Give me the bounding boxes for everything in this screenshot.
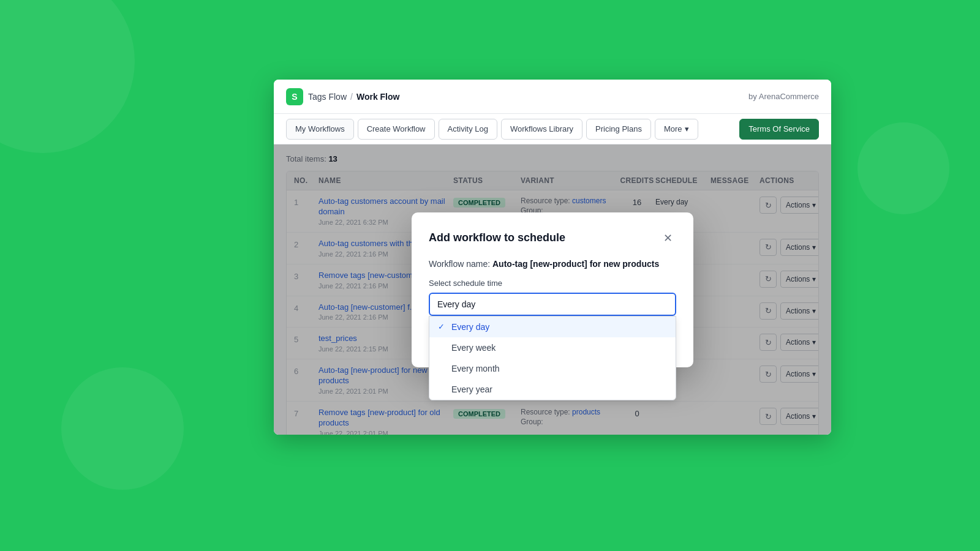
nav-create-workflow[interactable]: Create Workflow (358, 119, 435, 140)
modal-selected-value: Every day (437, 299, 475, 309)
bg-circle-3 (858, 122, 949, 214)
app-nav: My Workflows Create Workflow Activity Lo… (274, 114, 831, 144)
bg-circle-1 (0, 0, 135, 153)
breadcrumb-separator: / (350, 92, 353, 102)
schedule-option-every-week[interactable]: Every week (429, 337, 676, 358)
modal-close-button[interactable]: ✕ (659, 230, 676, 247)
modal-workflow-name: Workflow name: Auto-tag [new-product] fo… (429, 259, 676, 269)
modal-workflow-label: Workflow name: (429, 259, 490, 269)
bg-circle-2 (61, 367, 184, 490)
schedule-option-every-month[interactable]: Every month (429, 358, 676, 379)
header-by: by ArenaCommerce (748, 92, 819, 101)
breadcrumb-root[interactable]: Tags Flow (308, 92, 347, 102)
modal-select-container: Every day ✓ Every day Every week (429, 293, 676, 316)
modal-title: Add workflow to schedule (429, 231, 565, 244)
nav-more-label: More (664, 124, 682, 133)
app-content: Total items: 13 No. Name Status Variant … (274, 144, 831, 435)
schedule-option-every-day[interactable]: ✓ Every day (429, 317, 676, 337)
option-label-every-week: Every week (451, 343, 496, 353)
schedule-option-every-year[interactable]: Every year (429, 379, 676, 400)
nav-more[interactable]: More ▾ (655, 119, 698, 140)
option-label-every-month: Every month (451, 364, 500, 373)
header-left: S Tags Flow / Work Flow (286, 88, 399, 105)
nav-more-arrow: ▾ (685, 124, 689, 133)
nav-pricing-plans[interactable]: Pricing Plans (586, 119, 651, 140)
breadcrumb: Tags Flow / Work Flow (308, 92, 399, 102)
modal-workflow-value: Auto-tag [new-product] for new products (492, 259, 659, 269)
nav-my-workflows[interactable]: My Workflows (286, 119, 354, 140)
app-logo: S (286, 88, 303, 105)
modal-overlay: Add workflow to schedule ✕ Workflow name… (274, 144, 831, 435)
modal-select-display[interactable]: Every day (429, 293, 676, 316)
breadcrumb-current: Work Flow (356, 92, 400, 102)
app-header: S Tags Flow / Work Flow by ArenaCommerce (274, 80, 831, 114)
modal-header: Add workflow to schedule ✕ (429, 230, 676, 247)
option-label-every-year: Every year (451, 384, 492, 394)
logo-icon: S (292, 92, 297, 102)
check-icon: ✓ (438, 322, 447, 331)
schedule-dropdown: ✓ Every day Every week Every month (429, 316, 676, 400)
modal: Add workflow to schedule ✕ Workflow name… (412, 212, 693, 367)
nav-activity-log[interactable]: Activity Log (439, 119, 497, 140)
app-window: S Tags Flow / Work Flow by ArenaCommerce… (274, 80, 831, 435)
modal-schedule-label: Select schedule time (429, 279, 676, 288)
nav-terms-of-service[interactable]: Terms Of Service (739, 119, 819, 140)
nav-workflows-library[interactable]: Workflows Library (501, 119, 582, 140)
option-label-every-day: Every day (451, 322, 489, 332)
